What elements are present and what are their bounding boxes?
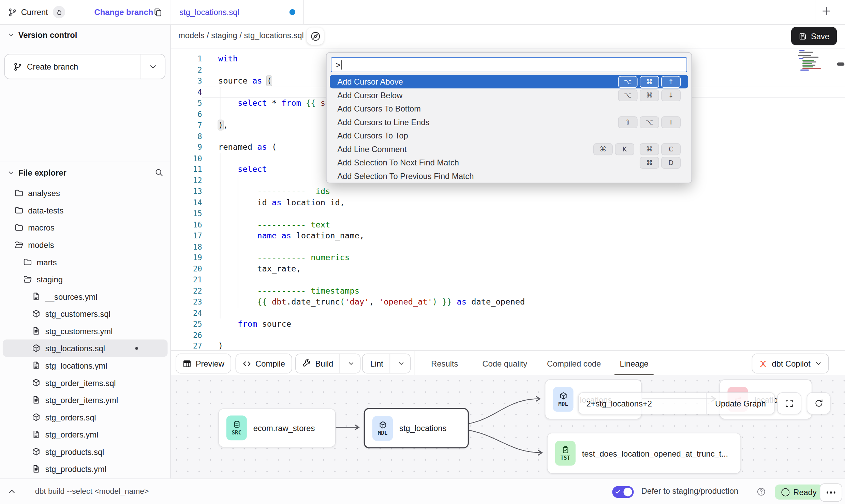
lint-label: Lint	[370, 359, 383, 368]
code-line-24[interactable]: 24	[171, 308, 845, 318]
cube-icon	[379, 420, 387, 429]
line-number: 15	[171, 208, 202, 219]
palette-item-add-line-comment[interactable]: Add Line Comment⌘K⌘C	[330, 142, 688, 156]
lineage-canvas[interactable]: SRC ecom.raw_stores MDL stg_locations MD…	[171, 375, 845, 478]
tree-item-label: stg_locations.sql	[45, 343, 105, 353]
code-line-17[interactable]: 17 name as location_name,	[171, 230, 845, 241]
code-line-21[interactable]: 21	[171, 274, 845, 285]
code-line-14[interactable]: 14 id as location_id,	[171, 197, 845, 208]
search-icon[interactable]	[155, 168, 163, 177]
panel-tab-label: Results	[431, 359, 458, 368]
help-icon[interactable]	[757, 487, 766, 496]
palette-item-add-cursor-below[interactable]: Add Cursor Below⌥⌘↓	[330, 88, 688, 102]
more-options-button[interactable]	[820, 484, 842, 502]
lineage-node-stg-locations[interactable]: MDL stg_locations	[364, 408, 469, 448]
tree-item-stg-products-sql[interactable]: stg_products.sql	[3, 443, 168, 460]
code-line-20[interactable]: 20 tax_rate,	[171, 263, 845, 274]
lint-button[interactable]: Lint	[362, 354, 411, 373]
defer-toggle[interactable]	[612, 486, 634, 498]
tree-item-stg-customers-sql[interactable]: stg_customers.sql	[3, 305, 168, 322]
code-line-15[interactable]: 15	[171, 208, 845, 219]
create-branch-button[interactable]: Create branch	[4, 54, 166, 79]
palette-item-add-cursors-to-line-ends[interactable]: Add Cursors to Line Ends⇧⌥I	[330, 115, 688, 129]
panel-tab-code-quality[interactable]: Code quality	[482, 351, 527, 376]
lint-dropdown[interactable]	[390, 354, 410, 373]
create-branch-dropdown[interactable]	[140, 55, 165, 79]
tree-item-label: __sources.yml	[45, 292, 98, 301]
change-branch-link[interactable]: Change branch	[94, 8, 153, 17]
keycap: ↑	[661, 76, 681, 88]
file-tree: analysesdata-testsmacrosmodelsmartsstagi…	[0, 184, 170, 477]
compile-button[interactable]: Compile	[236, 354, 292, 373]
tree-item-stg-products-yml[interactable]: stg_products.yml	[3, 460, 168, 478]
tree-item-stg-order-items-sql[interactable]: stg_order_items.sql	[3, 374, 168, 391]
refresh-button[interactable]	[807, 392, 831, 414]
dbt-copilot-button[interactable]: dbt Copilot	[752, 354, 829, 373]
status-bar: dbt build --select <model_name> Defer to…	[0, 478, 845, 504]
cli-command-text[interactable]: dbt build --select <model_name>	[35, 487, 149, 495]
tree-item-stg-locations-sql[interactable]: stg_locations.sql	[3, 340, 168, 357]
palette-item-add-selection-to-next-find-match[interactable]: Add Selection To Next Find Match⌘D	[330, 156, 688, 169]
file-explorer-header[interactable]: File explorer	[0, 162, 170, 183]
tree-item-models[interactable]: models	[3, 236, 168, 253]
build-dropdown[interactable]	[340, 354, 360, 373]
tree-item-staging[interactable]: staging	[3, 270, 168, 288]
command-palette-input[interactable]: >	[331, 57, 687, 72]
tab-stg-locations[interactable]: stg_locations.sql	[170, 0, 304, 24]
palette-item-add-selection-to-previous-find-match[interactable]: Add Selection To Previous Find Match	[330, 169, 688, 183]
minimap[interactable]	[798, 50, 835, 72]
code-line-19[interactable]: 19 ---------- numerics	[171, 252, 845, 263]
save-button[interactable]: Save	[791, 27, 837, 45]
lineage-node-source[interactable]: SRC ecom.raw_stores	[218, 409, 336, 447]
line-number: 11	[171, 164, 202, 175]
tree-item-stg-order-items-yml[interactable]: stg_order_items.yml	[3, 391, 168, 409]
tree-item-macros[interactable]: macros	[3, 219, 168, 236]
palette-item-add-cursor-above[interactable]: Add Cursor Above⌥⌘↑	[330, 75, 688, 89]
code-line-26[interactable]: 26	[171, 329, 845, 340]
lineage-selector-input[interactable]: 2+stg_locations+2	[579, 393, 706, 414]
code-line-18[interactable]: 18	[171, 241, 845, 252]
line-content: )	[202, 341, 845, 351]
new-tab-button[interactable]	[821, 6, 831, 16]
panel-tab-results[interactable]: Results	[431, 351, 458, 376]
tree-item-marts[interactable]: marts	[3, 253, 168, 271]
lineage-node-test[interactable]: TST test_does_location_opened_at_trunc_t…	[547, 433, 741, 474]
indent-guide	[220, 153, 221, 318]
update-graph-button[interactable]: Update Graph	[706, 393, 774, 414]
badge-text: MDL	[378, 430, 388, 435]
code-line-25[interactable]: 25 from source	[171, 318, 845, 329]
line-number: 24	[171, 308, 202, 318]
indent-guide	[238, 175, 238, 308]
file-explorer-title: File explorer	[18, 168, 66, 177]
panel-tab-compiled-code[interactable]: Compiled code	[547, 351, 601, 376]
palette-item-add-cursors-to-top[interactable]: Add Cursors To Top	[330, 129, 688, 143]
tree-item--sources-yml[interactable]: __sources.yml	[3, 288, 168, 305]
fullscreen-button[interactable]	[777, 392, 801, 414]
tree-item-stg-customers-yml[interactable]: stg_customers.yml	[3, 322, 168, 340]
copy-icon[interactable]	[153, 8, 162, 16]
code-line-27[interactable]: 27)	[171, 341, 845, 351]
code-line-16[interactable]: 16 ---------- text	[171, 219, 845, 230]
palette-item-label: Add Cursor Below	[337, 90, 613, 100]
preview-button[interactable]: Preview	[176, 354, 231, 373]
scrollbar-thumb[interactable]	[837, 62, 844, 65]
tree-item-data-tests[interactable]: data-tests	[3, 202, 168, 219]
palette-item-add-cursors-to-bottom[interactable]: Add Cursors To Bottom	[330, 102, 688, 116]
explore-compass-button[interactable]	[307, 28, 324, 45]
code-line-13[interactable]: 13 ---------- ids	[171, 186, 845, 197]
wrench-icon	[302, 359, 311, 368]
tree-item-analyses[interactable]: analyses	[3, 184, 168, 202]
tree-item-stg-locations-yml[interactable]: stg_locations.yml	[3, 357, 168, 374]
build-button[interactable]: Build	[295, 354, 361, 373]
panel-tab-lineage[interactable]: Lineage	[620, 351, 648, 376]
code-line-22[interactable]: 22 ---------- timestamps	[171, 285, 845, 296]
folder-icon	[23, 257, 32, 266]
tab-title: stg_locations.sql	[179, 8, 239, 17]
version-control-header[interactable]: Version control	[0, 24, 170, 45]
tree-item-stg-orders-yml[interactable]: stg_orders.yml	[3, 426, 168, 443]
chevron-up-icon[interactable]	[8, 487, 16, 496]
save-label: Save	[811, 31, 829, 41]
tree-item-stg-orders-sql[interactable]: stg_orders.sql	[3, 409, 168, 426]
tree-item-label: stg_order_items.sql	[45, 378, 116, 387]
code-line-23[interactable]: 23 {{ dbt.date_trunc('day', 'opened_at')…	[171, 296, 845, 307]
